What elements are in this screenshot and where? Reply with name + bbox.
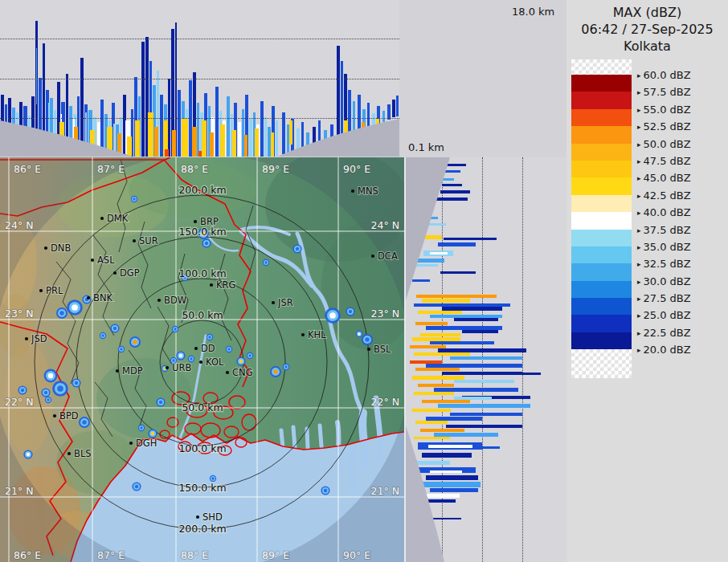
legend-swatch (571, 144, 632, 161)
tick-arrow-icon: ▸ (637, 192, 641, 200)
tick-arrow-icon: ▸ (637, 71, 641, 79)
legend-label: ▸32.5 dBZ (637, 258, 691, 270)
station-label: BNK (93, 292, 112, 303)
range-ring-label: 150.0 km (178, 226, 226, 238)
legend-swatch (571, 315, 632, 332)
height-gridline (482, 157, 483, 562)
echo-cell-core (211, 477, 214, 479)
echo-bar (90, 130, 95, 154)
echo-bar (227, 96, 230, 157)
radar-map: 200.0 km150.0 km100.0 km50.0 km50.0 km10… (0, 157, 404, 562)
echo-bar (353, 101, 355, 133)
echo-cell-core (190, 357, 192, 360)
station-label: DNB (51, 242, 71, 254)
echo-cell-core (44, 391, 47, 394)
legend-entry: ▸40.0 dBZ (571, 195, 632, 212)
echo-bar (324, 130, 327, 146)
echo-bar (341, 61, 343, 138)
tick-arrow-icon: ▸ (637, 88, 641, 96)
range-ring-label: 50.0 km (182, 401, 223, 413)
station-dot (91, 259, 94, 262)
station-label: DGH (136, 438, 157, 449)
grid-label: 86° E (14, 163, 41, 175)
echo-bar (12, 108, 15, 127)
legend-entry: ▸50.0 dBZ (571, 126, 632, 143)
echo-bar (430, 252, 448, 255)
echo-bar (416, 235, 442, 239)
echo-bar (198, 151, 202, 157)
station-dot (371, 255, 374, 258)
station-label: BDW (164, 295, 186, 306)
station-dot (157, 299, 161, 302)
station-dot (367, 348, 370, 351)
legend-swatch (571, 332, 632, 349)
legend-swatch (571, 246, 632, 263)
echo-bar (330, 124, 333, 145)
echo-bar (414, 264, 438, 267)
echo-cell-core (349, 310, 352, 313)
echo-cell-core (324, 489, 327, 492)
echo-bar (8, 98, 11, 125)
station-label: DGP (120, 267, 140, 279)
legend-label: ▸60.0 dBZ (637, 69, 691, 81)
station-dot (194, 347, 198, 350)
echo-bar (415, 259, 444, 263)
legend-label: ▸45.0 dBZ (637, 172, 691, 184)
echo-bar (99, 122, 100, 149)
legend-entry: ▸60.0 dBZ (571, 59, 632, 75)
legend-swatch (571, 75, 632, 92)
tick-arrow-icon: ▸ (637, 346, 641, 354)
station-dot (44, 246, 47, 250)
echo-bar (54, 110, 56, 142)
echo-bar (376, 119, 379, 135)
echo-bar (430, 470, 462, 473)
legend-entry: ▸52.5 dBZ (571, 109, 632, 126)
station-dot (133, 239, 136, 242)
echo-cell-core (113, 327, 117, 330)
station-label: MNS (358, 185, 378, 197)
legend-entry: ▸57.5 dBZ (571, 75, 632, 92)
echo-cell-core (47, 398, 49, 401)
echo-bar (414, 392, 454, 395)
echo-bar (450, 356, 522, 360)
legend-entry: ▸47.5 dBZ (571, 144, 632, 161)
echo-bar (39, 78, 42, 136)
echo-bar (454, 380, 514, 383)
tick-arrow-icon: ▸ (637, 312, 641, 320)
echo-bar (276, 120, 278, 157)
station-dot (39, 289, 43, 292)
echo-bar (127, 136, 132, 156)
echo-bar (440, 190, 470, 193)
legend-swatch (571, 177, 632, 194)
range-ring-label: 100.0 km (178, 442, 226, 454)
echo-bar (430, 341, 494, 344)
echo-bar (482, 373, 541, 375)
echo-bar (69, 106, 72, 148)
echo-bar (43, 43, 45, 136)
echo-bar (454, 318, 498, 321)
echo-bar (418, 384, 454, 387)
legend-label: ▸47.5 dBZ (637, 155, 691, 167)
grid-label: 24° N (5, 219, 33, 231)
echo-bar (74, 127, 78, 148)
echo-bar (202, 120, 207, 157)
echo-bar (415, 421, 448, 424)
legend-entry: ▸20.0 dBZ (571, 332, 632, 349)
echo-bar (19, 102, 22, 129)
station-label: BSL (374, 344, 391, 355)
grid-label: 88° E (181, 549, 208, 561)
tick-arrow-icon: ▸ (637, 243, 641, 251)
echo-cell-core (205, 242, 208, 245)
echo-bar (344, 120, 348, 143)
echo-bar (337, 46, 340, 140)
radar-site-name: Kolkata (566, 38, 728, 55)
echo-cell-core (151, 432, 154, 435)
grid-label: 23° N (5, 307, 33, 320)
range-ring-label: 200.0 km (178, 184, 226, 196)
echo-bar (392, 100, 395, 117)
legend-label: ▸55.0 dBZ (637, 104, 691, 116)
echo-bar (301, 122, 304, 151)
echo-bar (422, 499, 456, 503)
legend-swatch (571, 109, 632, 126)
echo-bar (172, 130, 176, 157)
